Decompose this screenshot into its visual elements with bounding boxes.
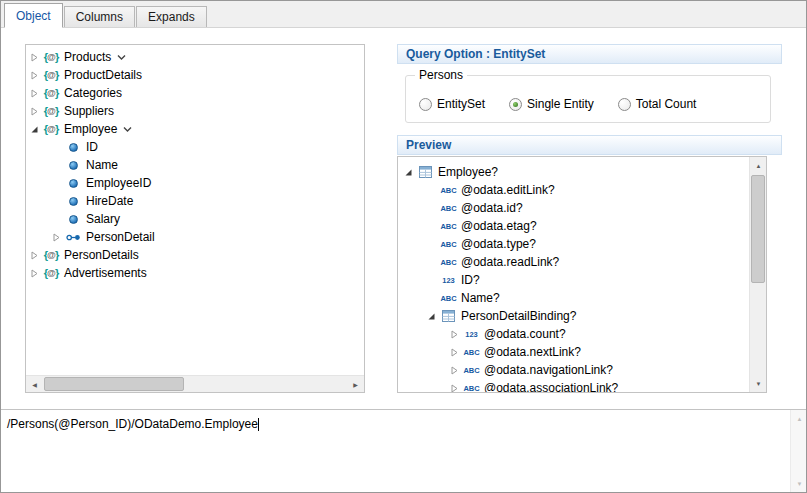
entity-icon: {@} [43,105,60,117]
expander-collapsed-icon[interactable] [450,384,463,393]
tree-item-productdetails[interactable]: {@}ProductDetails [26,66,364,84]
text-type-icon: ABC [440,204,457,213]
tree-item-label: @odata.editLink? [461,181,555,199]
tree-item-label: @odata.navigationLink? [484,361,613,379]
tree-item-odata-type[interactable]: ABC@odata.type? [398,235,766,253]
tree-item-hiredate[interactable]: HireDate [26,192,364,210]
horizontal-scrollbar[interactable] [26,375,364,392]
tree-item-odata-editlink[interactable]: ABC@odata.editLink? [398,181,766,199]
query-option-title: Query Option : EntitySet [406,47,545,61]
tree-item-label: Name [86,156,118,174]
tree-item-label: HireDate [86,192,133,210]
tree-item-products[interactable]: {@}Products [26,48,364,66]
dropdown-chevron-icon[interactable] [116,54,127,61]
tab-bar: ObjectColumnsExpands [1,1,806,28]
tree-item-odata-count[interactable]: 123@odata.count? [398,325,766,343]
expander-collapsed-icon[interactable] [450,330,463,339]
table-icon [417,166,434,178]
tree-item-label: Suppliers [64,102,114,120]
path-input[interactable]: /Persons(@Person_ID)/ODataDemo.Employee [1,409,806,492]
query-designer-window: ObjectColumnsExpands {@}Products{@}Produ… [0,0,807,493]
scroll-down-arrow-icon[interactable] [791,475,807,492]
vertical-scrollbar[interactable] [749,157,766,392]
editor-scrollbar[interactable] [790,410,806,492]
tab-expands[interactable]: Expands [136,6,207,27]
expander-expanded-icon[interactable] [427,312,440,321]
tree-item-employeeid[interactable]: EmployeeID [26,174,364,192]
tree-item-odata-navigationlink[interactable]: ABC@odata.navigationLink? [398,361,766,379]
expander-collapsed-icon[interactable] [30,53,43,62]
tree-item-persondetailbinding[interactable]: PersonDetailBinding? [398,307,766,325]
scroll-right-arrow-icon[interactable] [347,376,364,393]
tree-item-label: @odata.associationLink? [484,379,618,393]
tree-item-label: Salary [86,210,120,228]
tree-item-persondetail[interactable]: PersonDetail [26,228,364,246]
field-icon [65,215,82,224]
expander-collapsed-icon[interactable] [52,233,65,242]
field-icon [65,161,82,170]
tree-item-id[interactable]: ID [26,138,364,156]
expander-expanded-icon[interactable] [30,125,43,134]
tree-item-employee[interactable]: Employee? [398,163,766,181]
tree-item-label: @odata.count? [484,325,566,343]
radio-option-entityset[interactable]: EntitySet [419,97,485,111]
tree-item-odata-associationlink[interactable]: ABC@odata.associationLink? [398,379,766,393]
radio-label: EntitySet [437,97,485,111]
expander-collapsed-icon[interactable] [30,107,43,116]
radio-button-icon[interactable] [618,98,631,111]
expander-collapsed-icon[interactable] [450,348,463,357]
preview-header: Preview [397,135,782,155]
radio-button-icon[interactable] [509,98,522,111]
radio-label: Total Count [636,97,697,111]
tree-item-odata-nextlink[interactable]: ABC@odata.nextLink? [398,343,766,361]
expander-collapsed-icon[interactable] [450,366,463,375]
scroll-up-arrow-icon[interactable] [750,157,767,174]
tree-item-employee[interactable]: {@}Employee [26,120,364,138]
scroll-up-arrow-icon[interactable] [791,410,807,427]
tab-columns[interactable]: Columns [64,6,135,27]
groupbox-label: Persons [415,68,467,82]
tree-item-odata-readlink[interactable]: ABC@odata.readLink? [398,253,766,271]
object-tree: {@}Products{@}ProductDetails{@}Categorie… [26,45,364,282]
tree-item-label: PersonDetailBinding? [461,307,576,325]
tree-item-label: ID [86,138,98,156]
tree-item-categories[interactable]: {@}Categories [26,84,364,102]
number-type-icon: 123 [463,330,480,339]
preview-tree: Employee?ABC@odata.editLink?ABC@odata.id… [398,157,766,393]
expander-collapsed-icon[interactable] [30,251,43,260]
radio-option-total-count[interactable]: Total Count [618,97,697,111]
expander-collapsed-icon[interactable] [30,89,43,98]
radio-label: Single Entity [527,97,594,111]
tree-item-advertisements[interactable]: {@}Advertisements [26,264,364,282]
object-tree-panel: {@}Products{@}ProductDetails{@}Categorie… [25,44,365,393]
tree-item-odata-etag[interactable]: ABC@odata.etag? [398,217,766,235]
expander-collapsed-icon[interactable] [30,71,43,80]
navigation-property-icon [65,233,82,242]
scrollbar-thumb[interactable] [44,377,184,391]
preview-title: Preview [406,138,451,152]
scrollbar-thumb[interactable] [751,175,765,283]
text-type-icon: ABC [440,294,457,303]
field-icon [65,179,82,188]
expander-collapsed-icon[interactable] [30,269,43,278]
entity-icon: {@} [43,69,60,81]
scroll-left-arrow-icon[interactable] [26,376,43,393]
expander-expanded-icon[interactable] [404,168,417,177]
radio-option-single-entity[interactable]: Single Entity [509,97,594,111]
tree-item-suppliers[interactable]: {@}Suppliers [26,102,364,120]
tree-item-persondetails[interactable]: {@}PersonDetails [26,246,364,264]
tree-item-name[interactable]: Name [26,156,364,174]
tree-item-label: ProductDetails [64,66,142,84]
radio-button-icon[interactable] [419,98,432,111]
tree-item-odata-id[interactable]: ABC@odata.id? [398,199,766,217]
tree-item-id[interactable]: 123ID? [398,271,766,289]
scroll-down-arrow-icon[interactable] [750,375,767,392]
tree-item-name[interactable]: ABCName? [398,289,766,307]
table-icon [440,310,457,322]
query-option-header: Query Option : EntitySet [397,44,782,64]
tab-object[interactable]: Object [4,3,63,28]
tree-item-salary[interactable]: Salary [26,210,364,228]
tree-item-label: EmployeeID [86,174,151,192]
dropdown-chevron-icon[interactable] [122,126,133,133]
entity-icon: {@} [43,87,60,99]
